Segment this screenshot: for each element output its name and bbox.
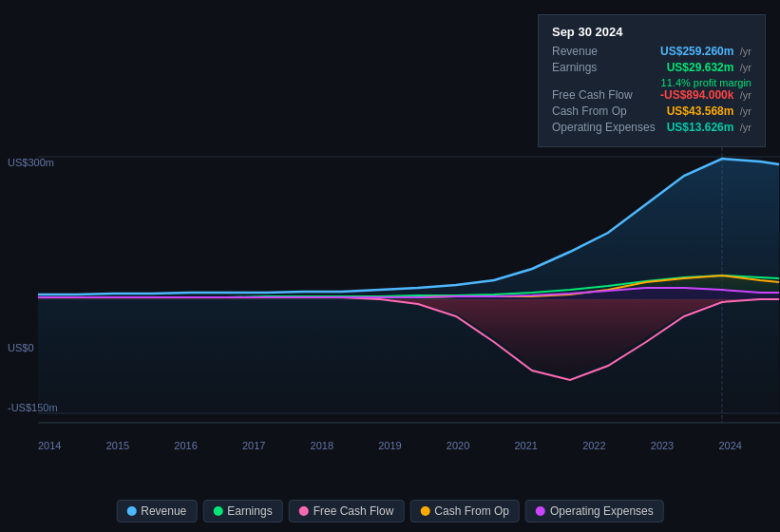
x-label-2021: 2021 [514,440,537,451]
profit-margin-text: 11.4% profit margin [552,77,751,88]
revenue-label: Revenue [552,45,598,58]
cashfromop-value: US$43.568m /yr [667,104,751,118]
chart-svg [0,147,780,451]
x-label-2024: 2024 [718,440,741,451]
x-label-2019: 2019 [378,440,401,451]
tooltip-fcf-row: Free Cash Flow -US$894.000k /yr [552,88,751,102]
earnings-legend-label: Earnings [227,504,272,518]
legend-revenue[interactable]: Revenue [116,500,197,522]
x-label-2022: 2022 [582,440,605,451]
x-label-2018: 2018 [311,440,333,451]
revenue-value: US$259.260m /yr [660,45,751,58]
opex-value: US$13.626m /yr [667,121,751,134]
cashfromop-label: Cash From Op [552,104,627,118]
fcf-value: -US$894.000k /yr [660,88,751,102]
earnings-dot [213,506,222,516]
tooltip-earnings-row: Earnings US$29.632m /yr [552,61,751,74]
tooltip-date: Sep 30 2024 [552,25,751,39]
cashfromop-dot [420,506,429,516]
legend-fcf[interactable]: Free Cash Flow [289,500,405,522]
fcf-label: Free Cash Flow [552,88,633,102]
opex-dot [536,506,545,516]
legend-cashfromop[interactable]: Cash From Op [409,500,520,522]
x-label-2023: 2023 [651,440,674,451]
tooltip-cashfromop-row: Cash From Op US$43.568m /yr [552,104,751,118]
x-axis: 2014 2015 2016 2017 2018 2019 2020 2021 … [0,440,780,451]
revenue-dot [126,506,136,516]
tooltip-revenue-row: Revenue US$259.260m /yr [552,45,751,58]
earnings-value: US$29.632m /yr [667,61,751,74]
fcf-legend-label: Free Cash Flow [314,504,394,518]
chart-legend: Revenue Earnings Free Cash Flow Cash Fro… [116,500,664,522]
chart-area: US$300m US$0 -US$150m [0,147,780,451]
x-label-2017: 2017 [242,440,265,451]
legend-earnings[interactable]: Earnings [202,500,282,522]
tooltip-opex-row: Operating Expenses US$13.626m /yr [552,121,751,134]
cashfromop-legend-label: Cash From Op [434,504,509,518]
legend-opex[interactable]: Operating Expenses [525,500,664,522]
revenue-legend-label: Revenue [141,504,186,518]
fcf-dot [299,506,309,516]
opex-legend-label: Operating Expenses [550,504,654,518]
tooltip-card: Sep 30 2024 Revenue US$259.260m /yr Earn… [538,14,766,147]
x-label-2014: 2014 [38,440,61,451]
x-label-2015: 2015 [106,440,129,451]
opex-label: Operating Expenses [552,121,656,134]
x-label-2020: 2020 [447,440,469,451]
x-label-2016: 2016 [174,440,197,451]
earnings-label: Earnings [552,61,597,74]
